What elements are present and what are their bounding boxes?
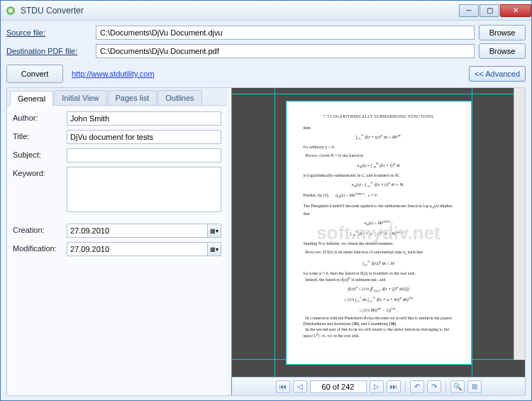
- window-buttons: ─ ▢ ✕: [458, 4, 531, 17]
- zoom-icon: 🔍: [453, 383, 462, 390]
- keyword-row: Keyword:: [13, 167, 221, 212]
- title-row: Title:: [13, 130, 221, 144]
- app-icon: [5, 5, 16, 16]
- rotate-right-icon: ↷: [431, 383, 437, 390]
- advanced-button[interactable]: << Advanced: [469, 66, 526, 82]
- calendar-icon: ▦▾: [210, 246, 218, 253]
- content-area: Source file: Browse Destination PDF file…: [1, 21, 531, 400]
- dest-row: Destination PDF file: Browse: [6, 43, 526, 59]
- modification-input[interactable]: [67, 242, 207, 256]
- minimize-button[interactable]: ─: [459, 4, 479, 17]
- close-button[interactable]: ✕: [500, 4, 531, 17]
- preview-panel: 7.3 LOGARITHMICALLY SUBHARMONIC FUNCTION…: [231, 88, 525, 395]
- fit-icon: ⊞: [472, 383, 477, 390]
- maximize-button[interactable]: ▢: [480, 4, 499, 17]
- next-page-button[interactable]: ▷: [370, 380, 384, 393]
- app-window: STDU Converter ─ ▢ ✕ Source file: Browse…: [0, 0, 532, 401]
- doc-header: 7.3 LOGARITHMICALLY SUBHARMONIC FUNCTION…: [304, 114, 454, 119]
- dest-input[interactable]: [96, 44, 475, 58]
- modification-dropdown-button[interactable]: ▦▾: [207, 242, 221, 256]
- tab-outlines[interactable]: Outlines: [157, 90, 201, 105]
- rotate-left-button[interactable]: ↶: [410, 380, 424, 393]
- subject-row: Subject:: [13, 148, 221, 163]
- keyword-input[interactable]: [67, 167, 221, 212]
- title-input[interactable]: [67, 130, 221, 144]
- svg-point-1: [9, 9, 13, 13]
- next-icon: ▷: [374, 383, 379, 390]
- first-icon: ⏮: [279, 383, 287, 390]
- document-page: 7.3 LOGARITHMICALLY SUBHARMONIC FUNCTION…: [287, 101, 471, 364]
- title-label: Title:: [13, 130, 67, 141]
- browse-dest-button[interactable]: Browse: [479, 43, 526, 59]
- calendar-icon: ▦▾: [210, 228, 218, 234]
- modification-row: Modification: ▦▾: [13, 242, 221, 256]
- guide-right: [472, 88, 472, 377]
- rotate-left-icon: ↶: [414, 383, 420, 390]
- zoom-button[interactable]: 🔍: [450, 380, 465, 393]
- creation-label: Creation:: [13, 224, 67, 234]
- last-page-button[interactable]: ⏭: [387, 380, 401, 393]
- preview-viewport[interactable]: 7.3 LOGARITHMICALLY SUBHARMONIC FUNCTION…: [232, 88, 525, 377]
- left-panel: General Initial View Pages list Outlines…: [7, 88, 227, 395]
- page-indicator[interactable]: 60 of 242: [310, 380, 367, 393]
- author-input[interactable]: [67, 111, 221, 126]
- prev-page-button[interactable]: ◁: [293, 380, 307, 393]
- modification-date-picker: ▦▾: [67, 242, 221, 256]
- tab-content-general: Author: Title: Subject: Keyword:: [7, 106, 227, 395]
- file-rows: Source file: Browse Destination PDF file…: [6, 25, 526, 62]
- tab-pages-list[interactable]: Pages list: [108, 90, 157, 105]
- tab-general[interactable]: General: [10, 91, 53, 106]
- source-input[interactable]: [96, 26, 475, 40]
- nav-bar: ⏮ ◁ 60 of 242 ▷ ⏭ ↶ ↷ 🔍 ⊞: [232, 377, 525, 395]
- last-icon: ⏭: [390, 383, 397, 390]
- tab-initial-view[interactable]: Initial View: [54, 90, 106, 105]
- creation-dropdown-button[interactable]: ▦▾: [207, 224, 221, 238]
- page-frame: 7.3 LOGARITHMICALLY SUBHARMONIC FUNCTION…: [286, 101, 472, 365]
- convert-button[interactable]: Convert: [6, 65, 63, 83]
- browse-source-button[interactable]: Browse: [479, 25, 526, 40]
- website-link[interactable]: http://www.stdutility.com: [72, 70, 155, 78]
- modification-label: Modification:: [13, 242, 67, 253]
- guide-top: [232, 94, 525, 94]
- prev-icon: ◁: [297, 383, 303, 390]
- keyword-label: Keyword:: [13, 167, 67, 177]
- tabs: General Initial View Pages list Outlines: [7, 88, 227, 106]
- titlebar: STDU Converter ─ ▢ ✕: [1, 1, 531, 21]
- guide-left: [275, 88, 275, 377]
- rotate-right-button[interactable]: ↷: [427, 380, 441, 393]
- source-label: Source file:: [6, 28, 92, 37]
- window-title: STDU Converter: [21, 6, 458, 16]
- author-label: Author:: [13, 111, 67, 122]
- author-row: Author:: [13, 111, 221, 126]
- dest-label: Destination PDF file:: [6, 47, 92, 55]
- creation-row: Creation: ▦▾: [13, 224, 221, 238]
- scrollbar-vertical[interactable]: [514, 88, 525, 360]
- subject-input[interactable]: [67, 148, 221, 163]
- action-row: Convert http://www.stdutility.com << Adv…: [6, 65, 526, 83]
- fit-button[interactable]: ⊞: [467, 380, 482, 393]
- first-page-button[interactable]: ⏮: [276, 380, 290, 393]
- subject-label: Subject:: [13, 148, 67, 159]
- creation-input[interactable]: [67, 224, 207, 238]
- source-row: Source file: Browse: [6, 25, 526, 40]
- main-area: General Initial View Pages list Outlines…: [6, 87, 526, 396]
- creation-date-picker: ▦▾: [67, 224, 221, 238]
